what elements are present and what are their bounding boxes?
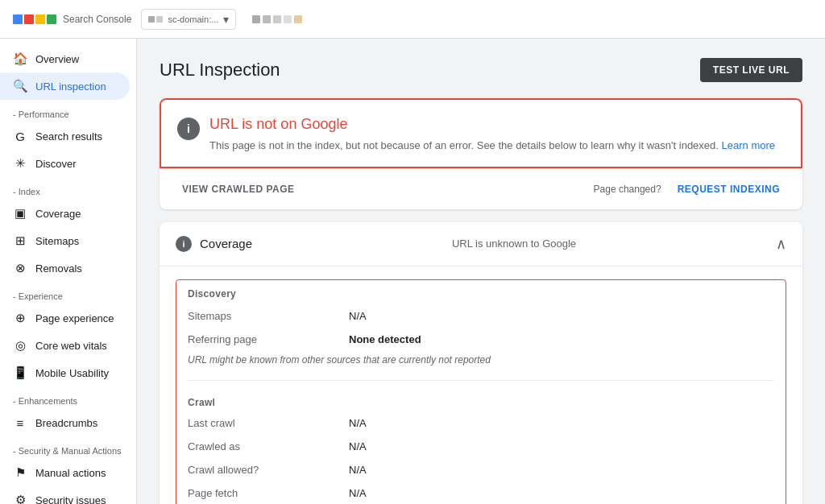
chart-icon: G (13, 129, 27, 143)
sidebar-section-index: - Index (0, 177, 136, 200)
detail-row-page-fetch: Page fetch N/A (176, 481, 786, 505)
sidebar-section-performance: - Performance (0, 100, 136, 122)
core-web-vitals-icon: ◎ (13, 338, 27, 353)
sidebar-item-discover[interactable]: ✳ Discover (0, 150, 130, 177)
sidebar-item-url-inspection[interactable]: 🔍 URL inspection (0, 72, 130, 100)
discovery-header: Discovery (176, 280, 786, 304)
detail-row-sitemaps: Sitemaps N/A (176, 304, 786, 328)
last-crawl-label: Last crawl (188, 417, 349, 429)
sidebar-item-mobile-usability[interactable]: 📱 Mobile Usability (0, 359, 130, 386)
logo-sq-2 (24, 14, 34, 24)
status-description: This page is not in the index, but not b… (209, 138, 775, 154)
status-card: i URL is not on Google This page is not … (160, 98, 802, 209)
sidebar-label-removals: Removals (35, 262, 82, 275)
referring-page-label: Referring page (188, 333, 349, 345)
page-changed-label: Page changed? (594, 184, 661, 195)
p-sq1 (148, 16, 155, 23)
property-name: sc-domain:... (168, 14, 218, 24)
section-divider-crawl (188, 380, 774, 381)
learn-more-link[interactable]: Learn more (722, 139, 775, 151)
sidebar-label-search-results: Search results (35, 130, 102, 143)
status-title: URL is not on Google (209, 116, 775, 133)
logo-group: Search Console (13, 14, 131, 25)
sitemaps-label: Sitemaps (188, 310, 349, 322)
collapse-icon[interactable]: ∧ (776, 235, 786, 253)
detail-row-crawled-as: Crawled as N/A (176, 435, 786, 458)
test-live-url-button[interactable]: TEST LIVE URL (700, 58, 802, 82)
sidebar-label-security-issues: Security issues (35, 494, 106, 505)
sidebar-item-search-results[interactable]: G Search results (0, 122, 130, 150)
sitemaps-value: N/A (349, 310, 367, 322)
referring-page-value: None detected (349, 333, 421, 345)
sidebar-item-removals[interactable]: ⊗ Removals (0, 254, 130, 282)
topbar: Search Console sc-domain:... ▾ (0, 0, 825, 39)
coverage-header-left: i Coverage (176, 236, 252, 252)
sidebar-label-sitemaps: Sitemaps (35, 235, 79, 247)
crawled-as-value: N/A (349, 440, 367, 452)
crawl-allowed-label: Crawl allowed? (188, 464, 349, 476)
nav-sq2 (263, 15, 271, 23)
sidebar-section-experience: - Experience (0, 282, 136, 304)
detail-row-referring-page: Referring page None detected (176, 328, 786, 351)
view-crawled-button[interactable]: VIEW CRAWLED PAGE (176, 179, 301, 200)
coverage-icon: ▣ (13, 206, 27, 221)
sidebar-item-breadcrumbs[interactable]: ≡ Breadcrumbs (0, 409, 130, 436)
chevron-down-icon: ▾ (223, 13, 229, 26)
sidebar-item-coverage[interactable]: ▣ Coverage (0, 200, 130, 227)
status-info-icon: i (177, 118, 200, 140)
nav-sq5 (294, 15, 302, 23)
sidebar-item-manual-actions[interactable]: ⚑ Manual actions (0, 459, 130, 486)
home-icon: 🏠 (13, 52, 27, 66)
sidebar-section-security: - Security & Manual Actions (0, 436, 136, 459)
google-logo (13, 14, 56, 24)
layout: 🏠 Overview 🔍 URL inspection - Performanc… (0, 39, 825, 504)
main-content: URL Inspection TEST LIVE URL i URL is no… (137, 39, 825, 504)
coverage-info-icon: i (176, 236, 192, 252)
security-icon: ⚙ (13, 493, 27, 504)
nav-sq4 (284, 15, 292, 23)
sidebar-label-coverage: Coverage (35, 208, 81, 220)
sidebar-label-overview: Overview (35, 53, 79, 65)
coverage-header: i Coverage URL is unknown to Google ∧ (160, 222, 802, 266)
sidebar-item-security-issues[interactable]: ⚙ Security issues (0, 486, 130, 504)
crawl-header: Crawl (176, 387, 786, 411)
sidebar-item-core-web-vitals[interactable]: ◎ Core web vitals (0, 332, 130, 359)
page-header: URL Inspection TEST LIVE URL (160, 58, 802, 82)
property-icon (148, 16, 163, 23)
sidebar: 🏠 Overview 🔍 URL inspection - Performanc… (0, 39, 137, 504)
coverage-card: i Coverage URL is unknown to Google ∧ Di… (160, 222, 802, 505)
sidebar-label-mobile-usability: Mobile Usability (35, 367, 109, 379)
mobile-icon: 📱 (13, 366, 27, 380)
sidebar-label-manual-actions: Manual actions (35, 467, 106, 479)
sidebar-label-url-inspection: URL inspection (35, 81, 106, 93)
request-indexing-area: Page changed? REQUEST INDEXING (594, 179, 786, 200)
search-console-label: Search Console (63, 14, 131, 25)
crawled-as-label: Crawled as (188, 440, 349, 452)
page-title: URL Inspection (160, 60, 280, 81)
crawl-allowed-value: N/A (349, 464, 367, 476)
coverage-status-text: URL is unknown to Google (452, 238, 576, 250)
request-indexing-button[interactable]: REQUEST INDEXING (671, 179, 786, 200)
manual-actions-icon: ⚑ (13, 465, 27, 480)
sidebar-label-core-web-vitals: Core web vitals (35, 340, 107, 352)
logo-sq-1 (13, 14, 23, 24)
sidebar-section-enhancements: - Enhancements (0, 386, 136, 409)
breadcrumbs-icon: ≡ (13, 415, 27, 430)
url-note: URL might be known from other sources th… (176, 351, 786, 374)
sidebar-item-sitemaps[interactable]: ⊞ Sitemaps (0, 227, 130, 254)
sidebar-item-page-experience[interactable]: ⊕ Page experience (0, 304, 130, 332)
detail-section: Discovery Sitemaps N/A Referring page No… (176, 279, 786, 505)
property-selector[interactable]: sc-domain:... ▾ (141, 9, 236, 30)
coverage-title: Coverage (200, 237, 252, 250)
page-fetch-label: Page fetch (188, 487, 349, 499)
status-banner: i URL is not on Google This page is not … (160, 98, 802, 168)
sidebar-label-page-experience: Page experience (35, 312, 114, 324)
p-sq2 (156, 16, 163, 23)
logo-sq-4 (47, 14, 56, 24)
sidebar-label-breadcrumbs: Breadcrumbs (35, 417, 97, 429)
status-content: URL is not on Google This page is not in… (209, 116, 775, 154)
detail-row-last-crawl: Last crawl N/A (176, 411, 786, 435)
page-fetch-value: N/A (349, 487, 367, 499)
nav-sq1 (252, 15, 260, 23)
sidebar-item-overview[interactable]: 🏠 Overview (0, 45, 130, 72)
